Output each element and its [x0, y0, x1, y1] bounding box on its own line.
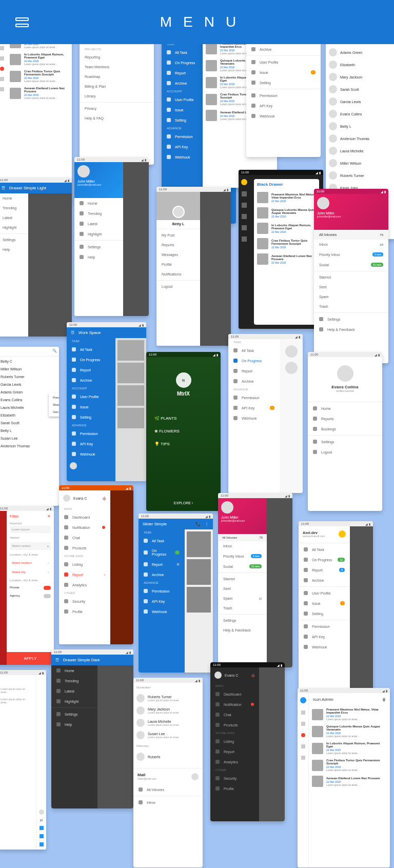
menu-chat[interactable]: Chat	[59, 532, 110, 543]
ctx-get-link[interactable]: Get link	[49, 408, 59, 416]
contact-row[interactable]: Susan LeeLorem ipsum dolor sit amet	[133, 729, 203, 741]
menu-report[interactable]: Report	[228, 366, 280, 376]
keyword-input[interactable]: Lorem Ipsum	[10, 526, 51, 533]
area-select[interactable]: Select city›	[10, 568, 51, 576]
feed-item[interactable]: Quisque Lobortis Massa Quis Augue Venena…	[271, 208, 316, 214]
menu-tips[interactable]: 💡 TIPS	[154, 438, 212, 450]
menu-report[interactable]: Report›	[59, 569, 110, 580]
contact-item[interactable]: Garcia Lewis	[0, 381, 59, 388]
contact-row[interactable]: Sarah Scott	[326, 83, 394, 95]
menu-plants[interactable]: 🌿 PLANTS	[154, 412, 212, 425]
menu-reports[interactable]: Reports	[156, 240, 200, 250]
menu-all-task[interactable]: All Task	[299, 544, 350, 555]
nav-icon[interactable]	[301, 733, 305, 737]
menu-trash[interactable]: Trash	[218, 603, 267, 613]
feed-item[interactable]: Quisque Lobortis Massa Quis Augue Venena…	[326, 725, 387, 731]
menu-profile[interactable]: Profile	[59, 606, 110, 617]
menu-api-key[interactable]: API Key	[299, 632, 350, 642]
menu-latest[interactable]: Latest	[0, 213, 28, 223]
menu-roadmap[interactable]: Roadmap	[80, 72, 154, 82]
menu-api-key[interactable]: API Key	[139, 596, 185, 606]
feed-item[interactable]: Praesent Maximus Nisl Metus, Vitae Imper…	[271, 193, 316, 199]
menu-report[interactable]: Report31	[139, 559, 185, 569]
menu-archive[interactable]: Archive	[246, 44, 321, 54]
menu-trending[interactable]: Trending	[51, 676, 97, 686]
menu-setting[interactable]: Setting	[299, 608, 350, 619]
menu-security[interactable]: Security	[210, 773, 259, 783]
menu-spam[interactable]: Spam	[314, 292, 388, 302]
nav-icon[interactable]	[40, 826, 44, 830]
nav-icon[interactable]	[241, 179, 247, 185]
menu-permission[interactable]: Permission	[67, 428, 115, 439]
menu-my-post[interactable]: My Post	[156, 230, 200, 240]
menu-report[interactable]: Report5	[299, 565, 350, 575]
menu-all-inboxes[interactable]: All Inboxes	[133, 784, 203, 795]
menu-settings[interactable]: Settings	[308, 437, 382, 447]
power-icon[interactable]: ⏻	[251, 674, 255, 677]
avatar[interactable]	[70, 462, 77, 469]
location-select[interactable]: Select location›	[10, 559, 51, 566]
contact-row[interactable]: Roberts TurnerLorem ipsum dolor sit amet	[133, 692, 203, 704]
menu-highlight[interactable]: Highlight	[51, 696, 97, 706]
avatar[interactable]	[191, 773, 199, 780]
menu-api-key[interactable]: API Key!	[228, 403, 280, 413]
menu-report[interactable]: Report	[67, 365, 115, 375]
menu-sent[interactable]: Sent	[314, 282, 388, 292]
menu-billing[interactable]: Billing & Plan	[80, 82, 154, 91]
menu-api-key[interactable]: API Key	[246, 101, 321, 111]
menu-listing[interactable]: Listing	[59, 559, 110, 569]
menu-notification[interactable]: Notification	[210, 699, 259, 709]
explore-button[interactable]: EXPLORE ›	[174, 501, 193, 505]
feed-title[interactable]: Cras Finibus Tortor Quis Fermentum Susci…	[24, 70, 69, 76]
menu-api-key[interactable]: API Key	[67, 439, 115, 449]
nav-icon[interactable]	[242, 214, 247, 219]
menu-security[interactable]: Security	[59, 596, 110, 606]
nav-icon[interactable]	[242, 203, 247, 208]
menu-inbox[interactable]: Inbox	[218, 541, 267, 551]
menu-trash[interactable]: Trash	[314, 302, 388, 311]
menu-archive[interactable]: Archive	[67, 375, 115, 385]
all-inboxes[interactable]: All Inboxes	[222, 536, 237, 539]
toggle-agency[interactable]: Agency	[10, 594, 20, 598]
menu-user-profile[interactable]: User Profile	[246, 57, 321, 67]
nav-icon[interactable]	[301, 711, 305, 715]
menu-profile[interactable]: Profile	[156, 260, 200, 269]
menu-logout[interactable]: Logout	[156, 282, 200, 291]
menu-sent[interactable]: Sent	[218, 584, 267, 594]
contact-item[interactable]: Anderson Thomas	[0, 442, 59, 450]
menu-issue[interactable]: Issue	[67, 402, 115, 412]
menu-on-progress[interactable]: On Progress	[228, 356, 280, 366]
contact-item[interactable]: Miller Willson	[0, 365, 59, 373]
contact-row[interactable]: Elizabeth	[326, 58, 394, 71]
menu-archive[interactable]: Archive	[139, 569, 185, 580]
menu-all-task[interactable]: All Task	[139, 536, 185, 546]
menu-profile[interactable]: Profile	[210, 783, 259, 794]
contact-row[interactable]: Anderson Thomas	[326, 132, 394, 145]
menu-home[interactable]: Home	[74, 198, 123, 208]
menu-trending[interactable]: Trending	[74, 208, 123, 219]
menu-dashboard[interactable]: Dashboard	[59, 512, 110, 522]
apply-button[interactable]: APPLY	[7, 652, 54, 665]
feed-item[interactable]: Praesent Maximus Nisl Metus, Vitae Imper…	[326, 708, 387, 714]
toggle-private[interactable]: Private	[10, 586, 19, 590]
menu-home[interactable]: Home	[0, 193, 28, 203]
menu-help[interactable]: Help	[74, 252, 123, 262]
search-icon[interactable]: 🔍	[52, 349, 57, 353]
menu-settings[interactable]: Settings	[51, 709, 97, 719]
contact-row[interactable]: Laura MichelleLorem ipsum dolor sit amet	[133, 717, 203, 729]
menu-user-profile[interactable]: User Profile	[67, 391, 115, 402]
menu-home[interactable]: Home	[51, 665, 97, 676]
menu-setting[interactable]: Setting	[67, 412, 115, 422]
menu-permission[interactable]: Permission	[139, 586, 185, 596]
power-icon[interactable]: ⏻	[103, 497, 106, 500]
menu-analytics[interactable]: Analytics	[59, 580, 110, 590]
menu-webhook[interactable]: Webhook	[246, 111, 321, 121]
contact-item[interactable]: Susan Lee	[0, 435, 59, 442]
menu-latest[interactable]: Latest	[51, 686, 97, 696]
menu-social[interactable]: Social51 new	[314, 260, 388, 270]
menu-webhook[interactable]: Webhook	[299, 642, 350, 652]
nav-icon[interactable]	[242, 225, 247, 230]
menu-settings[interactable]: Settings	[218, 616, 267, 625]
menu-inbox[interactable]: Inbox68	[314, 240, 388, 249]
menu-latest[interactable]: Latest	[74, 219, 123, 229]
